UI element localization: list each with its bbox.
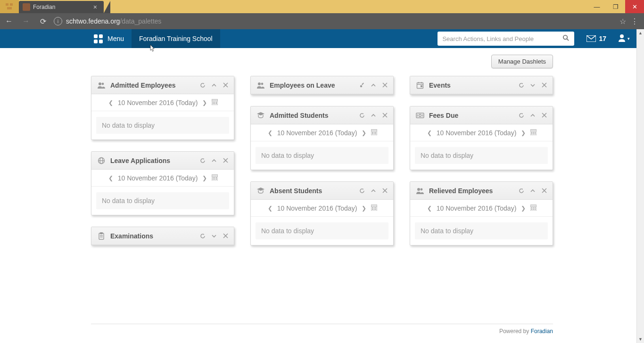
- dashlet-refresh-icon[interactable]: [518, 187, 525, 195]
- svg-rect-54: [375, 133, 376, 134]
- svg-rect-97: [533, 209, 534, 210]
- browser-tab[interactable]: Foradian ×: [19, 1, 104, 13]
- scroll-track[interactable]: [637, 37, 644, 335]
- svg-rect-64: [374, 209, 375, 210]
- dashlet: Examinations: [91, 227, 234, 245]
- dashlet-refresh-icon[interactable]: [199, 157, 206, 164]
- window-maximize-button[interactable]: ❐: [606, 0, 625, 13]
- prev-date-icon[interactable]: ❮: [107, 175, 114, 181]
- address-bar[interactable]: i schtwo.fedena.org/data_palettes: [54, 17, 615, 25]
- scroll-down-arrow[interactable]: ▼: [637, 335, 644, 343]
- svg-point-74: [419, 114, 421, 116]
- dashlet-collapse-icon[interactable]: [529, 187, 537, 195]
- dashlet-close-icon[interactable]: [381, 112, 388, 119]
- prev-date-icon[interactable]: ❮: [267, 205, 273, 212]
- dashlet-close-icon[interactable]: [540, 82, 548, 89]
- dashlet-collapse-icon[interactable]: [370, 82, 377, 89]
- search-input[interactable]: [442, 35, 562, 42]
- date-label: 10 November 2016 (Today): [118, 99, 198, 106]
- window-close-button[interactable]: ✕: [625, 0, 644, 13]
- dashlet-refresh-icon[interactable]: [518, 112, 525, 119]
- dashlet-actions: [199, 82, 229, 89]
- menu-button[interactable]: Menu: [87, 29, 131, 48]
- svg-rect-53: [374, 133, 375, 134]
- dashlet-close-icon[interactable]: [381, 187, 388, 195]
- vertical-scrollbar[interactable]: ▲ ▼: [636, 29, 644, 343]
- dashlet-collapse-icon[interactable]: [529, 112, 537, 119]
- bookmark-star-icon[interactable]: ☆: [619, 17, 626, 26]
- clipboard-icon: [97, 232, 106, 240]
- dashlet-title: Employees on Leave: [270, 82, 354, 89]
- dashlet-refresh-icon[interactable]: [358, 112, 366, 119]
- titlebar-left: Foradian ×: [0, 0, 110, 13]
- chrome-menu-icon[interactable]: ⋮: [631, 17, 638, 26]
- dashlet-refresh-icon[interactable]: [199, 232, 206, 240]
- svg-rect-18: [216, 103, 217, 104]
- dashlet-refresh-icon[interactable]: [358, 187, 366, 195]
- dashlet-close-icon[interactable]: [222, 157, 229, 164]
- notifications[interactable]: 17: [586, 35, 606, 42]
- dropdown-caret-icon: ▾: [627, 36, 630, 41]
- next-date-icon[interactable]: ❯: [361, 205, 367, 212]
- dashlet: Absent Students❮10 November 2016 (Today)…: [250, 181, 394, 245]
- dashlet-collapse-icon[interactable]: [210, 82, 218, 89]
- calendar-picker-icon[interactable]: [371, 129, 377, 137]
- user-icon: [618, 33, 626, 44]
- svg-rect-63: [372, 209, 373, 210]
- dashlet-refresh-icon[interactable]: [518, 82, 525, 89]
- svg-rect-2: [7, 7, 12, 9]
- dashlet-close-icon[interactable]: [222, 232, 229, 240]
- prev-date-icon[interactable]: ❮: [107, 99, 114, 106]
- calendar-picker-icon[interactable]: [530, 204, 537, 212]
- dashlet-collapse-icon[interactable]: [210, 157, 218, 164]
- calendar-picker-icon[interactable]: [212, 174, 218, 182]
- window-minimize-button[interactable]: —: [587, 0, 606, 13]
- site-info-icon[interactable]: i: [54, 17, 62, 25]
- next-date-icon[interactable]: ❯: [361, 130, 367, 136]
- back-button[interactable]: ←: [3, 15, 15, 27]
- users-icon: [256, 81, 265, 90]
- next-date-icon[interactable]: ❯: [520, 205, 527, 212]
- svg-rect-29: [213, 179, 214, 180]
- user-menu[interactable]: ▾: [618, 33, 630, 44]
- next-date-icon[interactable]: ❯: [201, 99, 208, 106]
- svg-rect-83: [535, 132, 536, 133]
- svg-point-8: [102, 82, 104, 85]
- forward-button[interactable]: →: [20, 15, 32, 27]
- calendar-picker-icon[interactable]: [371, 204, 377, 212]
- dashlet-dropdown-icon[interactable]: [210, 232, 218, 240]
- calendar-picker-icon[interactable]: [212, 99, 218, 106]
- dashlet-close-icon[interactable]: [540, 112, 548, 119]
- prev-date-icon[interactable]: ❮: [426, 205, 433, 212]
- next-date-icon[interactable]: ❯: [201, 175, 208, 181]
- chrome-app-icon[interactable]: [0, 0, 19, 13]
- footer-link[interactable]: Foradian: [531, 328, 553, 335]
- dashlet-body: No data to display: [410, 217, 553, 245]
- dashlet-collapse-icon[interactable]: [370, 187, 377, 195]
- reload-button[interactable]: ⟳: [37, 15, 49, 27]
- date-label: 10 November 2016 (Today): [437, 129, 517, 137]
- tab-close-icon[interactable]: ×: [91, 3, 99, 11]
- scroll-up-arrow[interactable]: ▲: [637, 29, 644, 37]
- dashlet-refresh-icon[interactable]: [199, 82, 206, 89]
- search-icon[interactable]: [562, 34, 570, 43]
- dashlet-header: Examinations: [91, 227, 234, 245]
- dashlet-close-icon[interactable]: [222, 82, 229, 89]
- svg-point-38: [258, 82, 261, 85]
- dashlet-title: Events: [429, 82, 513, 89]
- next-date-icon[interactable]: ❯: [520, 130, 527, 136]
- date-label: 10 November 2016 (Today): [437, 204, 517, 212]
- dashlet-close-icon[interactable]: [540, 187, 548, 195]
- dashlet-dropdown-icon[interactable]: [529, 82, 537, 89]
- dashlet: Employees on Leave: [250, 76, 394, 95]
- prev-date-icon[interactable]: ❮: [426, 130, 433, 136]
- school-name-tab[interactable]: Foradian Training School: [132, 29, 220, 48]
- dashlet-title: Leave Applications: [110, 157, 194, 164]
- dashlet-collapse-icon[interactable]: [370, 112, 377, 119]
- svg-rect-30: [215, 179, 215, 180]
- dashlet-pin-icon[interactable]: [358, 82, 366, 89]
- manage-dashlets-button[interactable]: Manage Dashlets: [491, 55, 553, 68]
- calendar-picker-icon[interactable]: [530, 129, 537, 137]
- dashlet-close-icon[interactable]: [381, 82, 388, 89]
- prev-date-icon[interactable]: ❮: [267, 130, 273, 136]
